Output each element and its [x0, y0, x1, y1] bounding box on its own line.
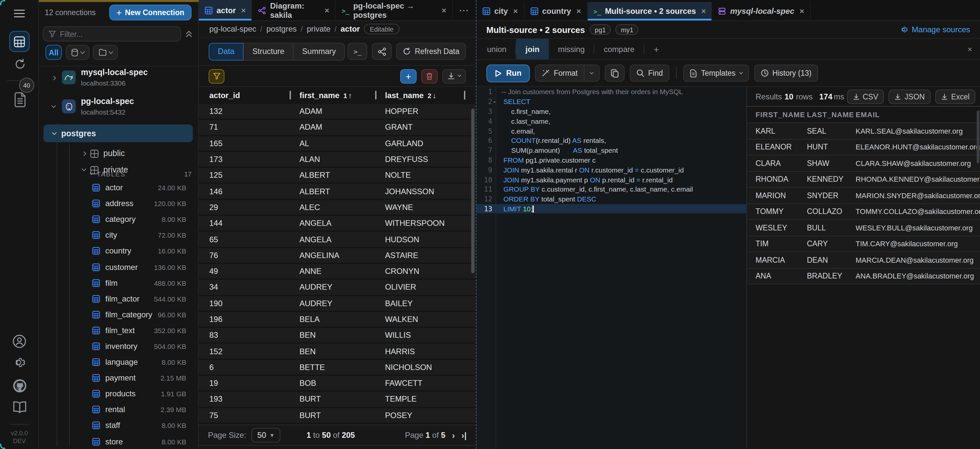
code-line-4[interactable]: 4 c.last_name,: [477, 116, 746, 126]
close-icon[interactable]: ×: [576, 6, 581, 16]
scripts-icon[interactable]: [12, 91, 28, 108]
grid-row[interactable]: 34AUDREYOLIVIER: [199, 280, 476, 296]
grid-cell[interactable]: ADAM: [299, 107, 385, 116]
grid-cell[interactable]: 190: [209, 299, 299, 308]
export-json-button[interactable]: JSON: [889, 89, 931, 104]
code-line-7[interactable]: 7 SUM(p.amount) AS total_spent: [477, 145, 746, 155]
grid-row[interactable]: 190AUDREYBAILEY: [199, 296, 476, 312]
tab-multi-source-2-sources[interactable]: >_Multi-source • 2 sources×: [587, 2, 712, 21]
results-cell[interactable]: RHONDA.KENNEDY@sakilacustomer.org: [856, 175, 980, 183]
grid-cell[interactable]: GRANT: [385, 123, 476, 132]
manage-sources-link[interactable]: Manage sources: [900, 25, 970, 34]
tab-diagram-sakila[interactable]: Diagram: sakila×: [252, 0, 336, 21]
results-row[interactable]: KARLSEALKARL.SEAL@sakilacustomer.org: [747, 123, 980, 139]
code-line-2[interactable]: 2⌄ SELECT: [477, 97, 746, 107]
filter-chip-all[interactable]: All: [45, 45, 62, 60]
grid-row[interactable]: 75BURTPOSEY: [199, 408, 476, 424]
results-row[interactable]: WESLEYBULLWESLEY.BULL@sakilacustomer.org: [747, 220, 980, 236]
results-column-last_name[interactable]: LAST_NAME: [807, 111, 856, 118]
grid-row[interactable]: 146ALBERTJOHANSSON: [199, 184, 476, 200]
sidebar-filter-input[interactable]: Filter...: [43, 26, 181, 41]
column-resize-handle[interactable]: [375, 91, 376, 99]
tab-pg-local-spec-postgres[interactable]: >_pg-local-spec → postgres×: [336, 0, 453, 21]
fold-icon[interactable]: ⌄: [492, 98, 496, 104]
grid-cell[interactable]: NICHOLSON: [385, 363, 476, 372]
grid-row[interactable]: 165ALGARLAND: [199, 136, 476, 152]
code-line-13[interactable]: 13 LIMIT 10;: [477, 204, 746, 213]
close-icon[interactable]: ×: [241, 6, 246, 15]
grid-cell[interactable]: 71: [209, 123, 299, 132]
grid-cell[interactable]: CRONYN: [385, 267, 476, 276]
table-item-inventory[interactable]: inventory504.00 KB: [39, 338, 198, 354]
chevron-right-icon[interactable]: [51, 76, 56, 80]
results-cell[interactable]: MARION.SNYDER@sakilacustomer.org: [856, 191, 980, 199]
grid-cell[interactable]: 75: [209, 411, 299, 420]
grid-cell[interactable]: BEN: [299, 331, 385, 340]
diagram-button[interactable]: [372, 43, 391, 60]
table-item-actor[interactable]: actor24.00 KB: [39, 180, 198, 196]
grid-row[interactable]: 152BENHARRIS: [199, 344, 476, 360]
grid-cell[interactable]: POSEY: [385, 411, 476, 420]
open-terminal-button[interactable]: >_: [347, 43, 367, 60]
grid-cell[interactable]: WALKEN: [385, 315, 476, 324]
column-header-first_name[interactable]: first_name1↑: [299, 91, 385, 100]
grid-cell[interactable]: AUDREY: [299, 299, 385, 308]
grid-row[interactable]: 125ALBERTNOLTE: [199, 168, 476, 184]
table-item-store[interactable]: store8.00 KB: [39, 433, 198, 449]
grid-cell[interactable]: 49: [209, 267, 299, 276]
grid-cell[interactable]: JOHANSSON: [385, 187, 476, 196]
grid-cell[interactable]: ANNE: [299, 267, 385, 276]
delete-row-button[interactable]: [421, 69, 438, 83]
code-line-11[interactable]: 11 GROUP BY c.customer_id, c.first_name,…: [477, 184, 746, 194]
results-row[interactable]: CLARASHAWCLARA.SHAW@sakilacustomer.org: [747, 155, 980, 172]
templates-button[interactable]: Templates: [683, 65, 749, 82]
grid-cell[interactable]: BETTE: [299, 363, 385, 372]
grid-cell[interactable]: 76: [209, 251, 299, 260]
code-line-8[interactable]: 8 FROM pg1.private.customer c: [477, 155, 746, 165]
gear-icon[interactable]: [11, 355, 28, 371]
grid-row[interactable]: 132ADAMHOPPER: [199, 104, 476, 120]
results-cell[interactable]: BULL: [807, 224, 856, 232]
grid-cell[interactable]: OLIVIER: [385, 283, 476, 292]
code-line-10[interactable]: 10 JOIN my1.sakila.payment p ON p.rental…: [477, 175, 746, 184]
results-cell[interactable]: TIM.CARY@sakilacustomer.org: [856, 240, 980, 248]
breadcrumb-segment[interactable]: private: [307, 24, 330, 33]
column-header-last_name[interactable]: last_name2↓: [385, 91, 476, 100]
grid-cell[interactable]: 165: [209, 139, 299, 148]
grid-cell[interactable]: ANGELA: [299, 235, 385, 244]
refresh-data-button[interactable]: Refresh Data: [396, 43, 466, 60]
filter-active-button[interactable]: [208, 69, 224, 83]
tab-overflow-icon[interactable]: ···: [453, 0, 476, 21]
table-item-products[interactable]: products1.91 GB: [39, 386, 198, 401]
table-item-payment[interactable]: payment2.15 MB: [39, 370, 198, 386]
source-badge-pg1[interactable]: pg1: [590, 24, 611, 35]
grid-row[interactable]: 6BETTENICHOLSON: [199, 360, 476, 376]
table-item-city[interactable]: city72.00 KB: [39, 228, 198, 243]
results-cell[interactable]: DEAN: [807, 256, 856, 264]
filter-chip-folders[interactable]: [93, 45, 118, 60]
code-line-1[interactable]: 1-- Join customers from Postgres with th…: [477, 87, 746, 97]
grid-cell[interactable]: BEN: [299, 347, 385, 356]
results-cell[interactable]: BRADLEY: [807, 272, 856, 280]
results-cell[interactable]: KENNEDY: [807, 175, 856, 183]
results-cell[interactable]: SHAW: [807, 159, 856, 167]
column-resize-handle[interactable]: [290, 91, 291, 99]
find-button[interactable]: Find: [630, 65, 670, 82]
table-item-film[interactable]: film488.00 KB: [39, 275, 198, 291]
breadcrumb-segment[interactable]: actor: [340, 24, 360, 33]
table-item-rental[interactable]: rental2.39 MB: [39, 402, 198, 418]
grid-cell[interactable]: 83: [209, 331, 299, 340]
grid-cell[interactable]: HOPPER: [385, 107, 476, 116]
new-connection-button[interactable]: + New Connection: [109, 5, 191, 21]
next-page-icon[interactable]: ›: [452, 430, 455, 440]
table-grid-icon[interactable]: [9, 31, 30, 52]
grid-cell[interactable]: 29: [209, 203, 299, 212]
close-icon[interactable]: ×: [701, 6, 706, 16]
tab-actor[interactable]: actor×: [199, 0, 252, 21]
results-cell[interactable]: KARL: [756, 127, 807, 135]
copy-icon[interactable]: [605, 65, 625, 82]
results-column-first_name[interactable]: FIRST_NAME: [756, 111, 807, 118]
source-badge-my1[interactable]: my1: [616, 24, 639, 35]
column-header-actor_id[interactable]: actor_id: [209, 91, 299, 100]
mode-tab-join[interactable]: join: [516, 39, 549, 59]
